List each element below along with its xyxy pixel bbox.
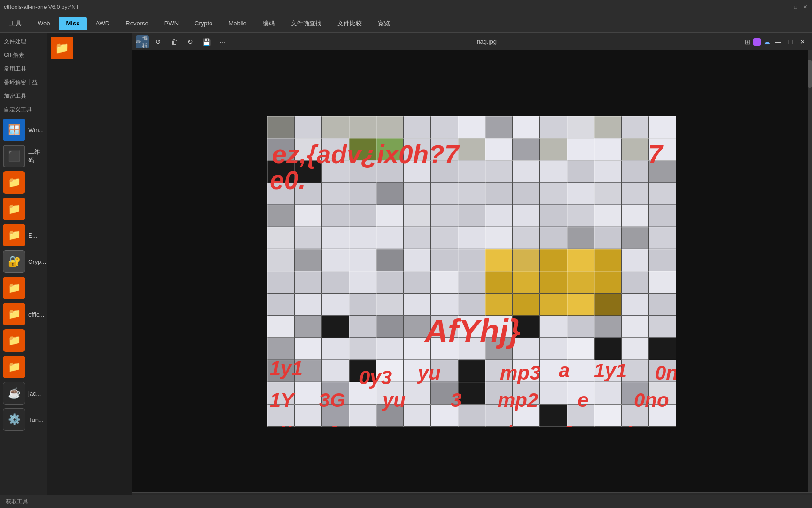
folder4-icon: 📁 [3, 356, 25, 378]
viewer-filename: flag.jpg [477, 38, 497, 45]
content-area: 📁 ✏ 编辑 ↺ 🗑 ↻ 💾 ··· flag.jpg ⊞ ☁ [47, 33, 812, 508]
delete-btn[interactable]: 🗑 [168, 35, 181, 48]
tab-web[interactable]: Web [30, 17, 58, 30]
sidebar-app-label: Win... [28, 127, 44, 134]
sidebar-section-encrypt[interactable]: 加密工具 [0, 89, 47, 103]
crypto-icon: 🔐 [3, 250, 25, 273]
sidebar-app-label: offic... [28, 311, 44, 318]
sidebar-app-label: Cryp... [28, 258, 46, 265]
sidebar-item-crypto[interactable]: 🔐 Cryp... [0, 248, 47, 275]
sidebar-section-common[interactable]: 常用工具 [0, 62, 47, 76]
app-statusbar: 获取工具 [0, 495, 812, 508]
folder2-icon: 📁 [3, 198, 25, 220]
sidebar-section-cipher[interactable]: 番环解密丨益 [0, 76, 47, 89]
tab-encode[interactable]: 编码 [255, 16, 282, 31]
viewer-window-controls: — □ ✕ [773, 37, 808, 47]
e-folder-icon: 📁 [3, 224, 25, 246]
tab-pwn[interactable]: PWN [157, 17, 186, 30]
minimize-btn[interactable]: — [783, 4, 789, 10]
viewer-icon-grid[interactable]: ⊞ [745, 38, 750, 46]
tab-browse[interactable]: 宽览 [370, 16, 398, 31]
sidebar-item-win[interactable]: 🪟 Win... [0, 117, 47, 143]
scroll-track[interactable] [808, 50, 812, 492]
viewer-close-btn[interactable]: ✕ [797, 37, 808, 47]
viewer-titlebar: ✏ 编辑 ↺ 🗑 ↻ 💾 ··· flag.jpg ⊞ ☁ — □ ✕ [132, 33, 812, 50]
sidebar-item-qrcode[interactable]: ⬛ 二维码 [0, 143, 47, 169]
viewer-top-icons: ⊞ ☁ — □ ✕ [745, 37, 808, 47]
rotate-left-btn[interactable]: ↺ [152, 35, 165, 48]
tab-awd[interactable]: AWD [88, 17, 117, 30]
folder-shortcut[interactable]: 📁 [51, 37, 73, 59]
jac-icon: ☕ [3, 382, 25, 405]
close-btn[interactable]: ✕ [802, 4, 808, 10]
tab-misc[interactable]: Misc [59, 17, 87, 30]
folder1-icon: 📁 [3, 171, 25, 194]
viewer-icon-cloud[interactable]: ☁ [764, 38, 770, 46]
tab-filecompare[interactable]: 文件比较 [330, 16, 369, 31]
more-btn[interactable]: ··· [216, 35, 229, 48]
save-btn[interactable]: 💾 [200, 35, 213, 48]
sidebar-section-custom[interactable]: 自定义工具 [0, 103, 47, 117]
sidebar-item-e[interactable]: 📁 E... [0, 222, 47, 248]
sidebar-item-tun[interactable]: ⚙️ Tun... [0, 406, 47, 433]
main-layout: 文件处理 GIF解素 常用工具 番环解密丨益 加密工具 自定义工具 🪟 Win.… [0, 33, 812, 508]
image-display[interactable] [132, 50, 812, 492]
sidebar-item-folder4[interactable]: 📁 [0, 354, 47, 380]
viewer-toolbar: ✏ 编辑 ↺ 🗑 ↻ 💾 ··· [136, 35, 229, 48]
sidebar: 文件处理 GIF解素 常用工具 番环解密丨益 加密工具 自定义工具 🪟 Win.… [0, 33, 47, 508]
tun-icon: ⚙️ [3, 408, 25, 431]
tab-filecheck[interactable]: 文件确查找 [283, 16, 329, 31]
image-viewer: ✏ 编辑 ↺ 🗑 ↻ 💾 ··· flag.jpg ⊞ ☁ — □ ✕ [132, 33, 812, 508]
folder-icon: 📁 [51, 37, 73, 59]
edit-mode-btn[interactable]: ✏ 编辑 [136, 35, 149, 48]
app-status-label: 获取工具 [6, 498, 28, 506]
sidebar-section-fileprocess[interactable]: 文件处理 [0, 35, 47, 48]
viewer-icon-purple[interactable] [753, 38, 761, 46]
title-bar: ctftools-all-in-one V6.0 by:^NT — □ ✕ [0, 0, 812, 14]
tab-reverse[interactable]: Reverse [118, 17, 156, 30]
sidebar-item-jac[interactable]: ☕ jac... [0, 380, 47, 406]
nav-bar: 工具 Web Misc AWD Reverse PWN Crypto Mobil… [0, 14, 812, 33]
folder3-icon: 📁 [3, 277, 25, 299]
image-canvas [267, 116, 676, 427]
qrcode-icon: ⬛ [3, 145, 25, 167]
sidebar-app-label: 二维码 [28, 148, 44, 165]
viewer-minimize-btn[interactable]: — [773, 37, 783, 47]
sidebar-item-folder2[interactable]: 📁 [0, 196, 47, 222]
office-icon: 📁 [3, 303, 25, 325]
sidebar-item-folder1[interactable]: 📁 [0, 169, 47, 196]
scroll-thumb[interactable] [808, 60, 812, 88]
sidebar-item-folder3[interactable]: 📁 [0, 275, 47, 301]
app-title: ctftools-all-in-one V6.0 by:^NT [4, 4, 79, 10]
maximize-btn[interactable]: □ [792, 4, 799, 10]
viewer-maximize-btn[interactable]: □ [785, 37, 796, 47]
sidebar-app-label: E... [28, 232, 38, 239]
window-controls[interactable]: — □ ✕ [783, 4, 808, 10]
tab-mobile[interactable]: Mobile [221, 17, 254, 30]
sidebar-item-p[interactable]: 📁 [0, 327, 47, 354]
rotate-right-btn[interactable]: ↻ [184, 35, 197, 48]
tab-crypto[interactable]: Crypto [187, 17, 220, 30]
sidebar-item-office[interactable]: 📁 offic... [0, 301, 47, 327]
p-folder-icon: 📁 [3, 329, 25, 352]
sidebar-app-label: jac... [28, 390, 41, 397]
sidebar-section-gif[interactable]: GIF解素 [0, 48, 47, 62]
win-icon: 🪟 [3, 119, 25, 141]
tab-tools[interactable]: 工具 [2, 16, 29, 31]
sidebar-app-label: Tun... [28, 416, 44, 423]
